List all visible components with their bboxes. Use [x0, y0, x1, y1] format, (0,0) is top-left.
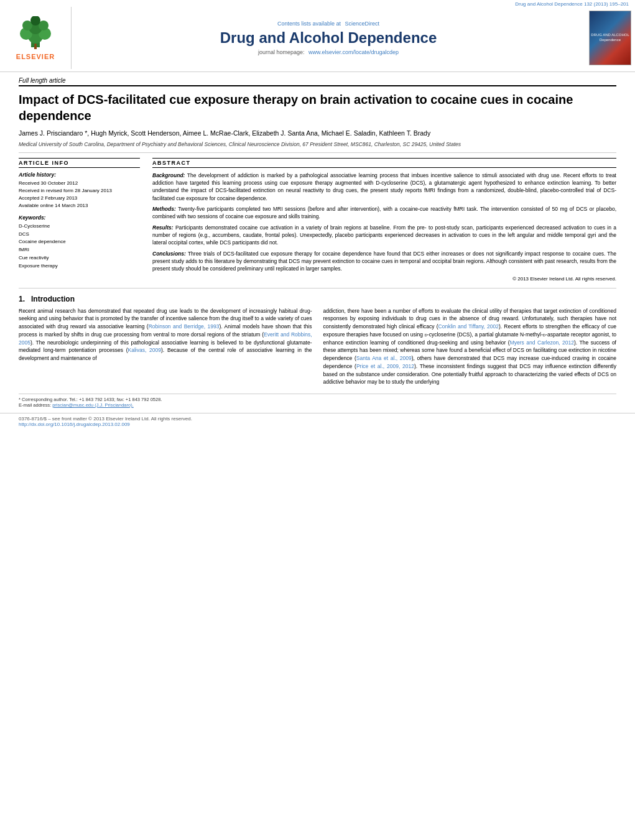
- journal-cover: DRUG AND ALCOHOL Dependence: [585, 7, 635, 69]
- accepted-date: Accepted 2 February 2013: [19, 195, 140, 202]
- history-label: Article history:: [19, 172, 140, 178]
- body-left-col: Recent animal research has demonstrated …: [19, 307, 312, 390]
- revised-date: Received in revised form 28 January 2013: [19, 187, 140, 195]
- body-right-col: addiction, there have been a number of e…: [323, 307, 617, 390]
- intro-left-para: Recent animal research has demonstrated …: [19, 307, 312, 362]
- issn-line: 0376-8716/$ – see front matter © 2013 El…: [19, 416, 616, 422]
- background-label: Background:: [152, 172, 185, 178]
- abstract-conclusions: Conclusions: Three trials of DCS-facilit…: [152, 250, 616, 273]
- section-number: 1.: [19, 295, 25, 303]
- cover-image: DRUG AND ALCOHOL Dependence: [589, 11, 631, 65]
- elsevier-tree-icon: [14, 16, 57, 50]
- elsevier-brand: ELSEVIER: [16, 53, 55, 60]
- keyword-cue-reactivity: Cue reactivity: [19, 254, 140, 262]
- abstract: ABSTRACT Background: The development of …: [152, 158, 616, 282]
- email-link[interactable]: priscian@musc.edu (J.J. Prisciandaro).: [52, 402, 134, 408]
- keywords-label: Keywords:: [19, 215, 140, 221]
- email-label: E-mail address:: [19, 402, 51, 408]
- body-columns: Recent animal research has demonstrated …: [19, 307, 616, 390]
- intro-section: 1. Introduction Recent animal research h…: [19, 295, 616, 390]
- journal-header: ELSEVIER Contents lists available at Sci…: [0, 7, 635, 72]
- keyword-cocaine-dep: Cocaine dependence: [19, 238, 140, 246]
- conclusions-text: Three trials of DCS-facilitated cue expo…: [152, 251, 616, 272]
- article-title: Impact of DCS-facilitated cue exposure t…: [19, 91, 616, 124]
- doi-line: Drug and Alcohol Dependence 132 (2013) 1…: [0, 0, 635, 7]
- author-list: James J. Prisciandaro *, Hugh Myrick, Sc…: [19, 129, 430, 137]
- keyword-exposure-therapy: Exposure therapy: [19, 262, 140, 270]
- results-label: Results:: [152, 224, 174, 231]
- contents-link: Contents lists available at ScienceDirec…: [277, 21, 379, 27]
- info-abstract-section: ARTICLE INFO Article history: Received 3…: [19, 158, 616, 288]
- doi-footer-link[interactable]: http://dx.doi.org/10.1016/j.drugalcdep.2…: [19, 422, 130, 427]
- article-type: Full length article: [19, 77, 616, 86]
- methods-label: Methods:: [152, 206, 176, 212]
- doi-footer: http://dx.doi.org/10.1016/j.drugalcdep.2…: [19, 422, 616, 427]
- abstract-results: Results: Participants demonstrated cocai…: [152, 224, 616, 247]
- ref-everitt[interactable]: Everitt and Robbins, 2005: [19, 331, 312, 346]
- article-info: ARTICLE INFO Article history: Received 3…: [19, 158, 140, 282]
- keyword-fmri: fMRI: [19, 246, 140, 254]
- homepage-url[interactable]: www.elsevier.com/locate/drugalcdep: [308, 49, 399, 55]
- methods-text: Twenty-five participants completed two M…: [152, 206, 616, 219]
- affiliation: Medical University of South Carolina, De…: [19, 141, 616, 153]
- ref-conklin[interactable]: Conklin and Tiffany, 2002: [438, 323, 499, 330]
- abstract-background: Background: The development of addiction…: [152, 172, 616, 202]
- ref-kalivas[interactable]: Kalivas, 2009: [128, 347, 161, 353]
- background-text: The development of addiction is marked b…: [152, 172, 616, 201]
- article-info-header: ARTICLE INFO: [19, 158, 140, 168]
- section-title-text: Introduction: [31, 295, 75, 303]
- online-date: Available online 14 March 2013: [19, 202, 140, 210]
- journal-homepage: journal homepage: www.elsevier.com/locat…: [258, 49, 399, 55]
- sciencedirect-link[interactable]: ScienceDirect: [345, 21, 380, 27]
- cover-text: DRUG AND ALCOHOL Dependence: [590, 32, 631, 44]
- ref-myers[interactable]: Myers and Carlezon, 2012: [510, 339, 574, 346]
- received-date: Received 30 October 2012: [19, 180, 140, 187]
- page-footer: 0376-8716/$ – see front matter © 2013 El…: [0, 413, 635, 430]
- elsevier-logo: ELSEVIER: [0, 7, 72, 69]
- conclusions-label: Conclusions:: [152, 251, 186, 257]
- doi-text: Drug and Alcohol Dependence 132 (2013) 1…: [515, 1, 629, 7]
- svg-point-8: [34, 44, 37, 46]
- authors: James J. Prisciandaro *, Hugh Myrick, Sc…: [19, 129, 616, 139]
- main-content: Full length article Impact of DCS-facili…: [0, 72, 635, 413]
- page: Drug and Alcohol Dependence 132 (2013) 1…: [0, 0, 635, 840]
- abstract-header: ABSTRACT: [152, 158, 616, 168]
- svg-rect-9: [34, 46, 37, 49]
- ref-robinson[interactable]: Robinson and Berridge, 1993: [149, 323, 220, 330]
- intro-right-para: addiction, there have been a number of e…: [323, 307, 617, 387]
- abstract-methods: Methods: Twenty-five participants comple…: [152, 205, 616, 221]
- intro-title: 1. Introduction: [19, 295, 616, 303]
- journal-title: Drug and Alcohol Dependence: [220, 29, 437, 47]
- ref-price[interactable]: Price et al., 2009, 2012: [356, 363, 414, 369]
- copyright: © 2013 Elsevier Ireland Ltd. All rights …: [152, 276, 616, 282]
- keyword-d-cycloserine: D-Cycloserine: [19, 223, 140, 231]
- results-text: Participants demonstrated cocaine cue ac…: [152, 224, 616, 246]
- keyword-dcs: DCS: [19, 231, 140, 239]
- footnote-star-line: * Corresponding author. Tel.: +1 843 792…: [19, 397, 616, 402]
- footnote: * Corresponding author. Tel.: +1 843 792…: [19, 394, 616, 408]
- journal-center: Contents lists available at ScienceDirec…: [72, 7, 585, 69]
- ref-santaana[interactable]: Santa Ana et al., 2009: [356, 355, 412, 361]
- email-line: E-mail address: priscian@musc.edu (J.J. …: [19, 402, 616, 408]
